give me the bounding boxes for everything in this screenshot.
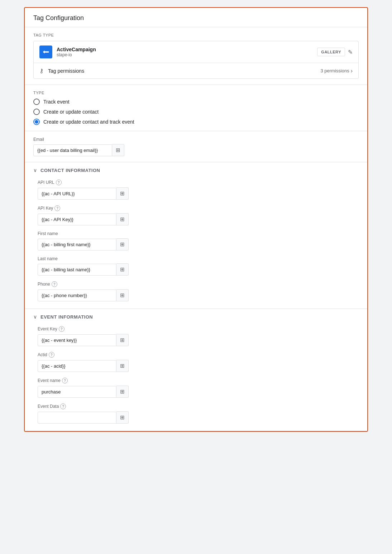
phone-variable-icon: ⊞	[120, 292, 125, 299]
event-info-collapse-icon: ∨	[33, 314, 37, 320]
api-url-field-group: API URL ? ⊞	[38, 180, 359, 200]
api-url-input[interactable]	[38, 188, 116, 200]
api-key-input[interactable]	[38, 214, 116, 225]
actid-field-group: Actid ? ⊞	[38, 352, 359, 372]
phone-field-group: Phone ? ⊞	[38, 281, 359, 301]
api-key-help-icon[interactable]: ?	[54, 205, 60, 211]
api-url-label: API URL	[38, 180, 54, 185]
event-name-input-row: ⊞	[38, 386, 359, 398]
event-name-input[interactable]	[38, 386, 116, 398]
phone-input[interactable]	[38, 290, 116, 301]
event-name-label-row: Event name ?	[38, 378, 359, 383]
email-input[interactable]	[33, 144, 112, 156]
api-url-label-row: API URL ?	[38, 180, 359, 185]
event-data-variable-button[interactable]: ⊞	[116, 411, 129, 424]
api-key-input-row: ⊞	[38, 213, 359, 225]
type-section: Type Track event Create or update contac…	[25, 85, 367, 131]
contact-info-collapse-icon: ∨	[33, 167, 37, 173]
actid-input[interactable]	[38, 360, 116, 372]
email-variable-button[interactable]: ⊞	[112, 144, 124, 156]
event-information-section: ∨ Event information Event Key ? ⊞	[25, 309, 367, 431]
api-url-input-row: ⊞	[38, 187, 359, 200]
last-name-field-group: Last name ⊞	[38, 256, 359, 276]
api-url-variable-button[interactable]: ⊞	[116, 187, 129, 200]
event-key-variable-button[interactable]: ⊞	[116, 334, 129, 346]
event-data-label-row: Event Data ?	[38, 403, 359, 409]
contact-information-section: ∨ Contact information API URL ? ⊞	[25, 162, 367, 309]
phone-label: Phone	[38, 282, 50, 287]
last-name-label: Last name	[38, 256, 58, 261]
first-name-field-group: First name ⊞	[38, 231, 359, 250]
event-name-variable-button[interactable]: ⊞	[116, 386, 129, 398]
page-title: Tag Configuration	[25, 8, 367, 27]
event-key-label: Event Key	[38, 326, 57, 331]
actid-label: Actid	[38, 352, 47, 357]
actid-variable-button[interactable]: ⊞	[116, 360, 129, 372]
event-name-help-icon[interactable]: ?	[62, 378, 68, 383]
last-name-variable-button[interactable]: ⊞	[116, 263, 129, 276]
actid-label-row: Actid ?	[38, 352, 359, 358]
event-data-field-group: Event Data ? ⊞	[38, 403, 359, 424]
tag-type-label: Tag Type	[33, 33, 359, 37]
api-key-variable-button[interactable]: ⊞	[116, 213, 129, 225]
permissions-label: Tag permissions	[48, 68, 320, 74]
event-name-field-group: Event name ? ⊞	[38, 378, 359, 398]
first-name-input[interactable]	[38, 239, 116, 250]
key-icon: ⚷	[39, 67, 44, 74]
phone-variable-button[interactable]: ⊞	[116, 289, 129, 301]
event-key-variable-icon: ⊞	[120, 337, 125, 343]
actid-input-row: ⊞	[38, 360, 359, 372]
tag-configuration-panel: Tag Configuration Tag Type ActiveCampaig…	[24, 7, 368, 432]
last-name-variable-icon: ⊞	[120, 266, 125, 273]
edit-icon[interactable]: ✎	[348, 49, 353, 56]
chevron-right-icon: ›	[351, 68, 353, 74]
radio-create-update-contact-track-circle[interactable]	[33, 119, 40, 125]
radio-track-event-circle[interactable]	[33, 99, 40, 105]
type-label: Type	[33, 91, 359, 95]
event-name-variable-icon: ⊞	[120, 388, 125, 395]
permissions-row[interactable]: ⚷ Tag permissions 3 permissions ›	[34, 63, 358, 78]
event-data-help-icon[interactable]: ?	[60, 403, 66, 409]
phone-input-row: ⊞	[38, 289, 359, 301]
actid-variable-icon: ⊞	[120, 363, 125, 369]
gallery-button[interactable]: GALLERY	[317, 48, 345, 56]
permissions-count: 3 permissions	[320, 68, 349, 73]
radio-create-update-contact-track[interactable]: Create or update contact and track event	[33, 119, 359, 125]
event-key-input[interactable]	[38, 334, 116, 346]
event-information-header[interactable]: ∨ Event information	[25, 309, 367, 325]
event-data-variable-icon: ⊞	[120, 414, 125, 421]
radio-track-event-label: Track event	[43, 99, 70, 105]
api-url-help-icon[interactable]: ?	[56, 180, 62, 185]
radio-track-event[interactable]: Track event	[33, 99, 359, 105]
first-name-input-row: ⊞	[38, 238, 359, 250]
first-name-label-row: First name	[38, 231, 359, 236]
last-name-input[interactable]	[38, 264, 116, 276]
svg-marker-0	[43, 51, 49, 53]
last-name-label-row: Last name	[38, 256, 359, 261]
first-name-variable-icon: ⊞	[120, 241, 125, 248]
email-variable-icon: ⊞	[116, 147, 120, 153]
email-section: Email ⊞	[25, 131, 367, 162]
phone-help-icon[interactable]: ?	[52, 281, 57, 287]
api-url-variable-icon: ⊞	[120, 190, 125, 197]
api-key-label: API Key	[38, 206, 53, 211]
actid-help-icon[interactable]: ?	[49, 352, 54, 358]
radio-create-update-contact-label: Create or update contact	[43, 109, 99, 115]
email-label: Email	[33, 137, 359, 142]
api-key-label-row: API Key ?	[38, 205, 359, 211]
tag-name-block: ActiveCampaign stape-io	[57, 47, 317, 57]
tag-type-row: ActiveCampaign stape-io GALLERY ✎	[34, 41, 358, 63]
event-data-input[interactable]	[38, 412, 116, 424]
first-name-variable-button[interactable]: ⊞	[116, 238, 129, 250]
event-information-title: Event information	[40, 314, 93, 320]
contact-information-header[interactable]: ∨ Contact information	[25, 162, 367, 178]
radio-create-update-contact-track-label: Create or update contact and track event	[43, 119, 134, 125]
event-key-help-icon[interactable]: ?	[59, 326, 64, 332]
tag-type-section: Tag Type ActiveCampaign stape-io GALLERY…	[25, 27, 367, 85]
contact-information-body: API URL ? ⊞ API Key ?	[25, 178, 367, 309]
tag-actions: GALLERY ✎	[317, 48, 353, 56]
radio-create-update-contact-circle[interactable]	[33, 109, 40, 115]
radio-create-update-contact[interactable]: Create or update contact	[33, 109, 359, 115]
event-name-label: Event name	[38, 378, 61, 383]
email-input-row: ⊞	[33, 144, 359, 156]
